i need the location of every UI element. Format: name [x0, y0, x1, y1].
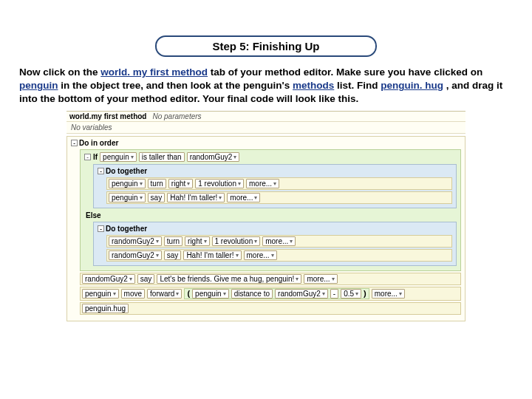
collapse-icon[interactable]: - — [98, 225, 104, 232]
minus-tile[interactable]: - — [330, 289, 338, 299]
link-penguin: penguin — [19, 80, 58, 91]
subject-tile[interactable]: penguin▾ — [109, 179, 146, 188]
method-name: world.my first method — [69, 112, 146, 120]
link-world-method: world. my first method — [100, 66, 208, 78]
do-together-block-else[interactable]: - Do together randomGuy2▾ turn right▾ 1 … — [93, 222, 457, 266]
turn-row[interactable]: randomGuy2▾ turn right▾ 1 revolution▾ mo… — [106, 235, 452, 248]
else-label: Else — [83, 210, 458, 220]
move-row[interactable]: penguin▾ move forward▾ ( penguin▾ distan… — [80, 287, 461, 301]
expression-group[interactable]: ( penguin▾ distance to randomGuy2▾ - 0.5… — [184, 288, 369, 299]
if-block[interactable]: - If penguin▾ is taller than randomGuy2▾… — [80, 149, 461, 271]
collapse-icon[interactable]: - — [98, 168, 104, 174]
verb-tile[interactable]: turn — [148, 179, 166, 188]
verb-tile[interactable]: say — [164, 250, 182, 260]
do-in-order-block[interactable]: - Do in order - If penguin▾ is taller th… — [66, 136, 466, 321]
label: Do together — [106, 167, 147, 175]
dir-tile[interactable]: forward▾ — [147, 289, 182, 299]
turn-row[interactable]: penguin▾ turn right▾ 1 revolution▾ more.… — [106, 177, 452, 190]
method-editor: world.my first method No parameters No v… — [66, 111, 466, 321]
more-tile[interactable]: more...▾ — [227, 193, 260, 202]
dir-tile[interactable]: right▾ — [168, 179, 193, 188]
verb-tile[interactable]: move — [121, 289, 145, 299]
distance-tile[interactable]: distance to — [231, 289, 273, 299]
msg-tile[interactable]: Let's be friends. Give me a hug, penguin… — [157, 274, 301, 284]
more-tile[interactable]: more...▾ — [246, 179, 279, 188]
say-row[interactable]: penguin▾ say Hah! I'm taller!▾ more...▾ — [106, 191, 452, 204]
subject-tile[interactable]: randomGuy2▾ — [109, 250, 162, 260]
no-variables: No variables — [66, 122, 466, 134]
comparison-tile[interactable]: is taller than — [139, 152, 185, 162]
txt: in the object tree, and then look at the… — [61, 80, 293, 91]
subject-tile[interactable]: penguin▾ — [109, 193, 146, 202]
no-params: No parameters — [152, 112, 201, 120]
link-methods: methods — [293, 80, 334, 91]
collapse-icon[interactable]: - — [71, 140, 78, 146]
subject-tile[interactable]: penguin▾ — [100, 152, 137, 162]
paren-open: ( — [187, 289, 190, 298]
do-together-label: - Do together — [96, 224, 454, 233]
verb-tile[interactable]: turn — [164, 236, 183, 246]
amount-tile[interactable]: 1 revolution▾ — [212, 236, 261, 246]
more-tile[interactable]: more...▾ — [244, 250, 277, 260]
txt: Now click on the — [19, 66, 100, 78]
hug-tile[interactable]: penguin.hug — [82, 304, 129, 313]
verb-tile[interactable]: say — [148, 193, 166, 202]
msg-tile[interactable]: Hah! I'm taller!▾ — [167, 193, 225, 202]
step-header: Step 5: Finishing Up — [155, 35, 377, 57]
target-tile[interactable]: randomGuy2▾ — [275, 289, 328, 299]
do-together-block[interactable]: - Do together penguin▾ turn right▾ 1 rev… — [93, 164, 457, 208]
dir-tile[interactable]: right▾ — [185, 236, 209, 246]
do-together-label: - Do together — [96, 166, 454, 176]
instruction-text: Now click on the world. my first method … — [19, 66, 513, 106]
collapse-icon[interactable]: - — [84, 154, 91, 160]
txt: list. Find — [337, 80, 381, 91]
if-label: If — [93, 153, 98, 161]
hug-row[interactable]: penguin.hug — [80, 302, 461, 315]
do-in-order-label: - Do in order — [69, 138, 463, 148]
amount-tile[interactable]: 1 revolution▾ — [195, 179, 244, 188]
editor-header: world.my first method No parameters — [66, 112, 466, 122]
say-row[interactable]: randomGuy2▾ say Hah! I'm taller!▾ more..… — [106, 249, 452, 262]
object-tile[interactable]: randomGuy2▾ — [187, 152, 240, 162]
subject-tile[interactable]: penguin▾ — [82, 289, 119, 299]
link-penguin-hug: penguin. hug — [381, 80, 443, 91]
subject-tile[interactable]: randomGuy2▾ — [109, 236, 162, 246]
more-tile[interactable]: more...▾ — [304, 274, 337, 284]
paren-close: ) — [364, 289, 366, 298]
verb-tile[interactable]: say — [137, 274, 155, 284]
inner-subject[interactable]: penguin▾ — [192, 289, 229, 299]
msg-tile[interactable]: Hah! I'm taller!▾ — [183, 250, 241, 260]
txt: tab of your method editor. Make sure you… — [211, 66, 482, 78]
more-tile[interactable]: more...▾ — [262, 236, 296, 246]
more-tile[interactable]: more...▾ — [372, 289, 405, 299]
say-friends-row[interactable]: randomGuy2▾ say Let's be friends. Give m… — [80, 273, 461, 285]
label: Do together — [106, 225, 147, 233]
subject-tile[interactable]: randomGuy2▾ — [82, 274, 135, 284]
if-condition-row: - If penguin▾ is taller than randomGuy2▾ — [83, 151, 458, 163]
label: Do in order — [79, 139, 118, 147]
half-tile[interactable]: 0.5▾ — [341, 289, 361, 299]
